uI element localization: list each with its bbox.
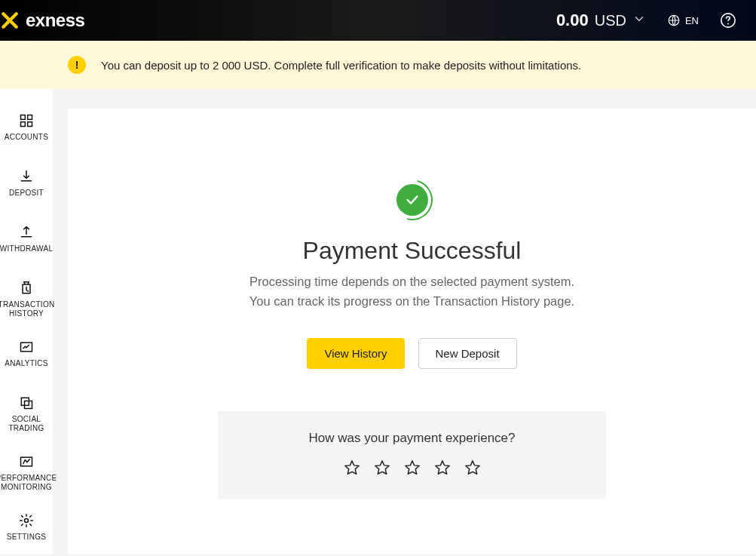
svg-point-11 bbox=[25, 519, 29, 523]
svg-rect-6 bbox=[28, 122, 32, 127]
logo-mark-icon bbox=[0, 11, 20, 30]
page-content: Payment Successful Processing time depen… bbox=[53, 89, 756, 554]
star-icon[interactable] bbox=[434, 459, 451, 476]
monitoring-icon bbox=[19, 454, 34, 469]
new-deposit-button[interactable]: New Deposit bbox=[418, 338, 517, 369]
brand-name: exness bbox=[26, 10, 84, 31]
star-icon[interactable] bbox=[404, 459, 421, 476]
sidebar-item-analytics[interactable]: ANALYTICS bbox=[0, 339, 53, 374]
sidebar-item-label: SETTINGS bbox=[7, 533, 46, 542]
svg-point-2 bbox=[727, 23, 729, 25]
sidebar-item-label: ACCOUNTS bbox=[5, 133, 49, 142]
sidebar-item-withdrawal[interactable]: WITHDRAWAL bbox=[0, 225, 53, 260]
brand-logo[interactable]: exness bbox=[0, 10, 84, 31]
star-icon[interactable] bbox=[374, 459, 390, 476]
svg-rect-5 bbox=[21, 122, 26, 127]
balance-selector[interactable]: 0.00 USD bbox=[556, 11, 646, 30]
svg-rect-9 bbox=[25, 401, 32, 409]
subtitle-line: You can track its progress on the Transa… bbox=[249, 292, 574, 312]
gear-icon bbox=[19, 513, 34, 528]
help-icon bbox=[720, 12, 736, 29]
svg-rect-3 bbox=[21, 115, 26, 120]
sidebar-item-label: PERFORMANCE MONITORING bbox=[0, 474, 57, 492]
svg-rect-4 bbox=[28, 115, 32, 120]
sidebar-item-label: TRANSACTION HISTORY bbox=[0, 300, 55, 318]
balance-currency: USD bbox=[595, 12, 626, 29]
rating-stars bbox=[344, 459, 481, 476]
main-layout: ACCOUNTS DEPOSIT WITHDRAWAL TRANSACTION … bbox=[0, 89, 756, 554]
view-history-button[interactable]: View History bbox=[307, 338, 404, 369]
rating-box: How was your payment experience? bbox=[218, 411, 606, 499]
header-right: 0.00 USD EN bbox=[556, 11, 736, 30]
rating-question: How was your payment experience? bbox=[308, 431, 515, 446]
language-selector[interactable]: EN bbox=[667, 14, 699, 27]
sidebar-item-monitoring[interactable]: PERFORMANCE MONITORING bbox=[0, 454, 53, 492]
sidebar-item-label: DEPOSIT bbox=[9, 189, 44, 198]
sidebar-item-label: ANALYTICS bbox=[5, 359, 48, 368]
star-icon[interactable] bbox=[464, 459, 481, 476]
sidebar-item-label: SOCIAL TRADING bbox=[0, 415, 53, 433]
subtitle: Processing time depends on the selected … bbox=[249, 272, 574, 311]
chevron-down-icon bbox=[632, 12, 646, 26]
balance-amount: 0.00 bbox=[556, 11, 589, 30]
help-button[interactable] bbox=[720, 12, 736, 29]
analytics-icon bbox=[19, 339, 34, 355]
sidebar-item-label: WITHDRAWAL bbox=[0, 244, 53, 253]
globe-icon bbox=[667, 14, 681, 27]
sidebar-item-history[interactable]: TRANSACTION HISTORY bbox=[0, 281, 53, 318]
verification-banner: ! You can deposit up to 2 000 USD. Compl… bbox=[0, 41, 756, 89]
withdrawal-icon bbox=[19, 225, 34, 240]
svg-rect-8 bbox=[21, 398, 29, 405]
alert-icon: ! bbox=[68, 56, 86, 74]
sidebar: ACCOUNTS DEPOSIT WITHDRAWAL TRANSACTION … bbox=[0, 89, 53, 554]
action-buttons: View History New Deposit bbox=[307, 338, 516, 369]
success-card: Payment Successful Processing time depen… bbox=[68, 109, 756, 554]
star-icon[interactable] bbox=[344, 459, 360, 476]
language-code: EN bbox=[685, 15, 699, 26]
subtitle-line: Processing time depends on the selected … bbox=[249, 272, 574, 292]
deposit-icon bbox=[19, 169, 34, 184]
page-title: Payment Successful bbox=[303, 237, 522, 265]
banner-text: You can deposit up to 2 000 USD. Complet… bbox=[101, 59, 581, 72]
sidebar-item-social-trading[interactable]: SOCIAL TRADING bbox=[0, 395, 53, 433]
success-check-icon bbox=[396, 184, 428, 216]
social-trading-icon bbox=[19, 395, 34, 410]
sidebar-item-accounts[interactable]: ACCOUNTS bbox=[0, 113, 53, 148]
sidebar-item-settings[interactable]: SETTINGS bbox=[0, 513, 53, 548]
sidebar-item-deposit[interactable]: DEPOSIT bbox=[0, 169, 53, 204]
history-icon bbox=[19, 281, 34, 296]
accounts-icon bbox=[19, 113, 34, 128]
app-header: exness 0.00 USD EN bbox=[0, 0, 756, 41]
